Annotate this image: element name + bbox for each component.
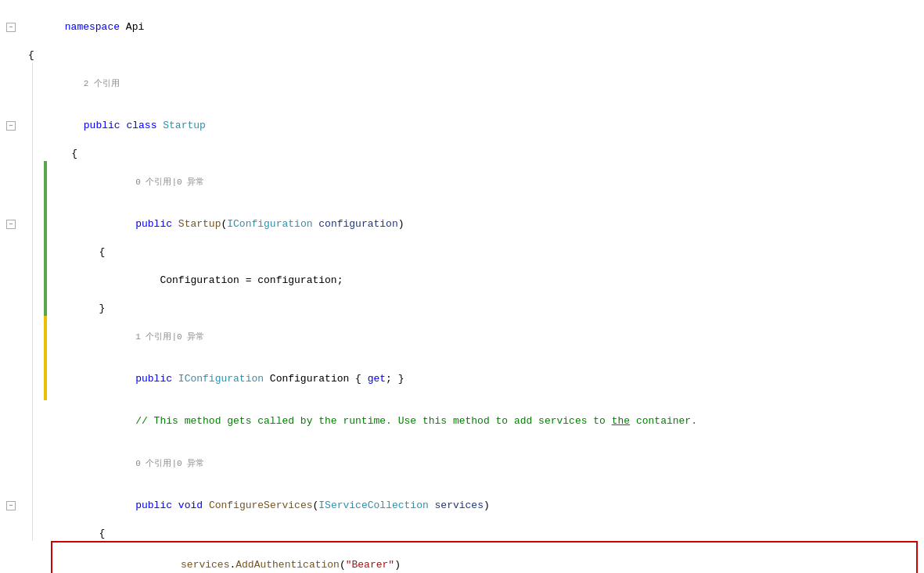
gutter-class[interactable]: − — [0, 105, 22, 147]
gutter-ref0c — [0, 161, 22, 203]
line-brace-close-constructor: } — [0, 302, 924, 316]
code-namespace: namespace Api — [25, 6, 924, 48]
line-constructor-sig: − public Startup(IConfiguration configur… — [0, 203, 924, 245]
red-box-auth: services.AddAuthentication("Bearer") .Ad… — [51, 541, 918, 573]
line-comment-services: // This method gets called by the runtim… — [0, 400, 924, 442]
gutter-ref1 — [0, 316, 22, 358]
gutter-ref2 — [0, 63, 22, 105]
gutter-1 — [0, 147, 22, 161]
gutter-cs1 — [0, 527, 22, 541]
gutter-cs-collapse[interactable]: − — [0, 485, 22, 527]
code-editor: − namespace Api { 2 个引用 − public class S… — [0, 0, 924, 573]
line-add-auth: services.AddAuthentication("Bearer") — [52, 544, 916, 573]
collapse-class[interactable]: − — [6, 121, 16, 131]
line-config-assign: Configuration = configuration; — [0, 260, 924, 302]
collapse-constructor[interactable]: − — [6, 220, 16, 229]
gutter-5 — [0, 358, 22, 400]
collapse-configure-services[interactable]: − — [6, 501, 16, 510]
line-ref1-property: 1 个引用|0 异常 — [0, 316, 924, 358]
line-configure-services-sig: − public void ConfigureServices(IService… — [0, 485, 924, 527]
line-namespace: − namespace Api — [0, 6, 924, 48]
line-brace-open-1: { — [0, 147, 924, 161]
gutter-3 — [0, 260, 22, 302]
gutter-2 — [0, 245, 22, 260]
line-ref2: 2 个引用 — [0, 63, 924, 105]
gutter-ref0cs — [0, 442, 22, 485]
gutter-0 — [0, 48, 22, 63]
gutter-6 — [0, 400, 22, 442]
line-class-startup: − public class Startup — [0, 105, 924, 147]
line-iconfiguration-prop: public IConfiguration Configuration { ge… — [0, 358, 924, 400]
line-ref0-configure-services: 0 个引用|0 异常 — [0, 442, 924, 485]
line-brace-open-constructor: { — [0, 245, 924, 260]
gutter-constructor[interactable]: − — [0, 203, 22, 245]
line-brace-open-0: { — [0, 48, 924, 63]
collapse-namespace[interactable]: − — [6, 23, 16, 32]
line-brace-open-cs: { — [0, 527, 924, 541]
gutter-collapse[interactable]: − — [0, 6, 22, 48]
gutter-4 — [0, 302, 22, 316]
line-ref0-constructor: 0 个引用|0 异常 — [0, 161, 924, 203]
